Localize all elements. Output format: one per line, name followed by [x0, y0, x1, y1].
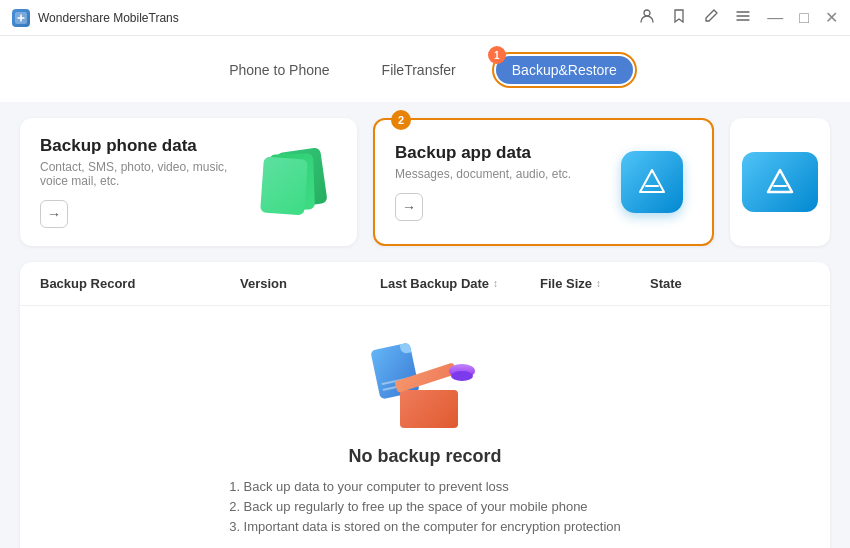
- card-phone-subtitle: Contact, SMS, photo, video, music, voice…: [40, 160, 257, 188]
- backup-phone-card[interactable]: Backup phone data Contact, SMS, photo, v…: [20, 118, 357, 246]
- tab-wrapper-phone-to-phone: Phone to Phone: [213, 56, 345, 84]
- card-app-image: [612, 147, 692, 217]
- th-last-backup-date: Last Backup Date ↕: [380, 276, 540, 291]
- th-date-label: Last Backup Date: [380, 276, 489, 291]
- tab-file-transfer[interactable]: FileTransfer: [366, 56, 472, 84]
- titlebar-left: Wondershare MobileTrans: [12, 9, 179, 27]
- phone-card-front: [260, 156, 308, 215]
- app-title: Wondershare MobileTrans: [38, 11, 179, 25]
- app-store-svg: [636, 166, 668, 198]
- main-content: Backup phone data Contact, SMS, photo, v…: [0, 102, 850, 548]
- maximize-button[interactable]: □: [799, 10, 809, 26]
- card-phone-content: Backup phone data Contact, SMS, photo, v…: [40, 136, 257, 228]
- nav-tabs: Phone to Phone FileTransfer 1 Backup&Res…: [0, 36, 850, 102]
- th-version: Version: [240, 276, 380, 291]
- empty-item-2: 2. Back up regularly to free up the spac…: [229, 499, 621, 514]
- card-app-title: Backup app data: [395, 143, 571, 163]
- box-bottom: [400, 390, 458, 428]
- tab-backup-restore[interactable]: 1 Backup&Restore: [496, 56, 633, 84]
- svg-point-1: [644, 10, 650, 16]
- th-size-label: File Size: [540, 276, 592, 291]
- cards-row: Backup phone data Contact, SMS, photo, v…: [20, 118, 830, 246]
- tab-wrapper-backup-restore: 1 Backup&Restore: [492, 52, 637, 88]
- backup-app-card[interactable]: 2 Backup app data Messages, document, au…: [373, 118, 714, 246]
- th-backup-record: Backup Record: [40, 276, 240, 291]
- th-state: State: [650, 276, 810, 291]
- card-phone-arrow[interactable]: →: [40, 200, 68, 228]
- app-icon: [12, 9, 30, 27]
- third-card-image: [742, 152, 818, 212]
- card-app-content: Backup app data Messages, document, audi…: [395, 143, 571, 221]
- third-card-partial: [730, 118, 830, 246]
- backup-table: Backup Record Version Last Backup Date ↕…: [20, 262, 830, 548]
- empty-list: 1. Back up data to your computer to prev…: [229, 479, 621, 539]
- edit-icon[interactable]: [703, 8, 719, 27]
- empty-item-1: 1. Back up data to your computer to prev…: [229, 479, 621, 494]
- box-illustration: [375, 346, 475, 428]
- tab-backup-restore-label: Backup&Restore: [512, 62, 617, 78]
- card-phone-title: Backup phone data: [40, 136, 257, 156]
- minimize-button[interactable]: —: [767, 10, 783, 26]
- app-store-bg: [621, 151, 683, 213]
- doc-corner: [400, 342, 412, 354]
- close-button[interactable]: ✕: [825, 10, 838, 26]
- empty-title: No backup record: [348, 446, 501, 467]
- menu-icon[interactable]: [735, 8, 751, 27]
- titlebar-controls: — □ ✕: [639, 8, 838, 27]
- th-file-size: File Size ↕: [540, 276, 650, 291]
- table-header: Backup Record Version Last Backup Date ↕…: [20, 262, 830, 306]
- date-sort-icon[interactable]: ↕: [493, 278, 498, 289]
- size-sort-icon[interactable]: ↕: [596, 278, 601, 289]
- profile-icon[interactable]: [639, 8, 655, 27]
- card-app-subtitle: Messages, document, audio, etc.: [395, 167, 571, 181]
- phone-stack-illustration: [262, 150, 332, 215]
- empty-item-3: 3. Important data is stored on the compu…: [229, 519, 621, 534]
- card-app-badge: 2: [391, 110, 411, 130]
- titlebar: Wondershare MobileTrans — □ ✕: [0, 0, 850, 36]
- coin-shadow: [451, 371, 473, 381]
- card-phone-image: [257, 147, 337, 217]
- empty-illustration: [375, 346, 475, 428]
- app-store-illustration: [617, 150, 687, 215]
- tab-phone-to-phone[interactable]: Phone to Phone: [213, 56, 345, 84]
- tab-badge: 1: [488, 46, 506, 64]
- empty-state: No backup record 1. Back up data to your…: [20, 306, 830, 548]
- bookmark-icon[interactable]: [671, 8, 687, 27]
- tab-wrapper-file-transfer: FileTransfer: [366, 56, 472, 84]
- third-card-svg: [762, 164, 798, 200]
- card-app-arrow[interactable]: →: [395, 193, 423, 221]
